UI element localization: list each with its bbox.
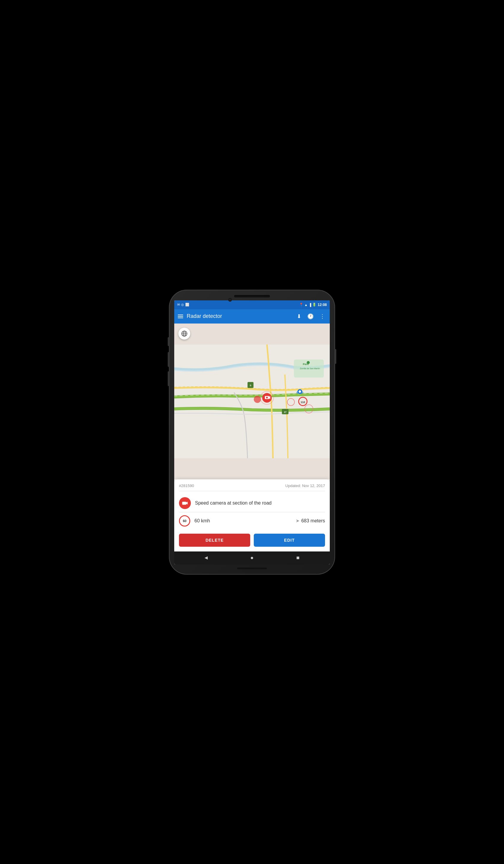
menu-button[interactable] xyxy=(178,315,183,318)
system-nav-bar: ◄ ● ■ xyxy=(174,551,330,565)
globe-layer-button[interactable] xyxy=(178,328,190,339)
distance-group: ➤ 683 meters xyxy=(296,518,325,524)
camera-description: Speed camera at section of the road xyxy=(195,501,272,506)
home-button[interactable]: ● xyxy=(247,553,257,563)
svg-point-10 xyxy=(307,361,310,364)
navigation-arrow-icon: ➤ xyxy=(296,518,300,524)
clock-button[interactable]: 🕐 xyxy=(306,312,315,321)
svg-point-29 xyxy=(184,503,184,504)
back-button[interactable]: ◄ xyxy=(201,553,211,563)
phone-bottom xyxy=(237,567,267,569)
speed-limit-value: 60 xyxy=(183,519,187,523)
download-button[interactable]: ⬇ xyxy=(296,312,302,321)
camera-type-icon xyxy=(179,497,191,509)
phone-screen: ✉ ◎ ⬜ 📍 ▲ ▐ 🔋 12:08 Radar detector ⬇ 🕐 xyxy=(174,300,330,565)
mail-icon: ✉ xyxy=(177,303,180,307)
status-right-icons: 📍 ▲ ▐ 🔋 12:08 xyxy=(299,303,327,307)
circle-icon: ◎ xyxy=(181,303,184,307)
svg-point-13 xyxy=(299,390,301,393)
clipboard-icon: ⬜ xyxy=(185,303,189,307)
bottom-speaker xyxy=(237,567,267,569)
signal-icon: ▐ xyxy=(309,303,311,307)
card-actions: DELETE EDIT xyxy=(179,533,325,547)
svg-text:110: 110 xyxy=(301,400,305,403)
location-icon: 📍 xyxy=(299,303,303,307)
front-camera xyxy=(228,298,232,302)
app-bar: Radar detector ⬇ 🕐 ⋮ xyxy=(174,309,330,324)
camera-info-row: Speed camera at section of the road xyxy=(179,494,325,512)
more-options-button[interactable]: ⋮ xyxy=(319,312,326,321)
speed-camera-icon xyxy=(182,500,188,506)
edit-button[interactable]: EDIT xyxy=(254,533,325,547)
svg-marker-30 xyxy=(187,502,188,504)
speed-limit-sign: 60 xyxy=(179,515,190,527)
power-button[interactable] xyxy=(335,349,336,364)
map-svg: S 27 110 Park Zorrilla de San Martín xyxy=(174,324,330,479)
delete-button[interactable]: DELETE xyxy=(179,533,250,547)
speed-label: 60 kmh xyxy=(194,518,291,524)
svg-text:Zorrilla de San Martín: Zorrilla de San Martín xyxy=(300,367,320,369)
card-id: #281590 xyxy=(179,483,194,488)
earpiece-speaker xyxy=(234,295,270,297)
speed-distance-row: 60 60 kmh ➤ 683 meters xyxy=(179,512,325,529)
svg-point-16 xyxy=(266,397,268,398)
detail-card: #281590 Updated: Nov 12, 2017 Speed came… xyxy=(174,479,330,551)
card-header: #281590 Updated: Nov 12, 2017 xyxy=(179,483,325,491)
status-left-icons: ✉ ◎ ⬜ xyxy=(177,303,189,307)
volume-up-button[interactable] xyxy=(168,337,169,346)
phone-device: ✉ ◎ ⬜ 📍 ▲ ▐ 🔋 12:08 Radar detector ⬇ 🕐 xyxy=(169,290,335,575)
volume-down-button[interactable] xyxy=(168,352,169,367)
svg-point-18 xyxy=(254,396,261,403)
battery-icon: 🔋 xyxy=(312,303,316,307)
svg-text:S: S xyxy=(250,384,251,387)
distance-value: 683 meters xyxy=(301,518,325,524)
globe-icon xyxy=(181,331,188,337)
card-updated: Updated: Nov 12, 2017 xyxy=(285,483,325,488)
wifi-icon: ▲ xyxy=(304,303,308,307)
app-title: Radar detector xyxy=(187,313,292,319)
status-time: 12:08 xyxy=(317,303,327,307)
svg-text:27: 27 xyxy=(284,410,286,413)
status-bar: ✉ ◎ ⬜ 📍 ▲ ▐ 🔋 12:08 xyxy=(174,300,330,309)
recents-button[interactable]: ■ xyxy=(293,553,303,563)
map-view[interactable]: S 27 110 Park Zorrilla de San Martín xyxy=(174,324,330,479)
silent-button[interactable] xyxy=(168,371,169,386)
